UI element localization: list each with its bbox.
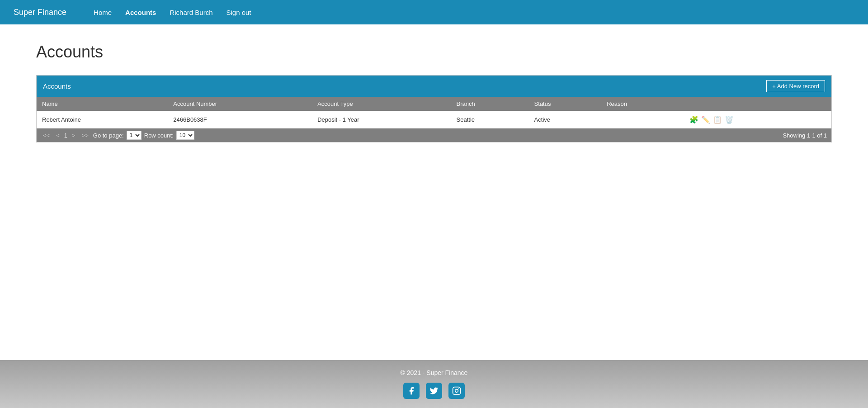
cell-status: Active [529, 111, 602, 128]
accounts-table-container: Accounts + Add New record Name Account N… [36, 75, 832, 142]
prev-page-button[interactable]: < [54, 131, 61, 140]
cell-name: Robert Antoine [37, 111, 168, 128]
facebook-icon[interactable] [403, 383, 420, 399]
nav-home[interactable]: Home [94, 9, 112, 16]
nav-links: Home Accounts Richard Burch Sign out [94, 9, 251, 16]
instagram-icon[interactable] [448, 383, 465, 399]
table-header-row: Name Account Number Account Type Branch … [37, 97, 831, 111]
cell-actions: 🧩 ✏️ 📋 🗑️ [684, 111, 831, 128]
twitter-icon[interactable] [426, 383, 442, 399]
view-icon[interactable]: 🧩 [689, 114, 699, 124]
svg-rect-0 [453, 387, 461, 395]
col-header-account-type: Account Type [312, 97, 451, 111]
main-content: Accounts Accounts + Add New record Name … [0, 24, 868, 360]
col-header-branch: Branch [451, 97, 529, 111]
cell-account-type: Deposit - 1 Year [312, 111, 451, 128]
showing-text: Showing 1-1 of 1 [783, 132, 827, 139]
table-header-bar: Accounts + Add New record [37, 76, 831, 97]
table-row: Robert Antoine 2466B0638F Deposit - 1 Ye… [37, 111, 831, 128]
col-header-name: Name [37, 97, 168, 111]
current-page: 1 [64, 132, 67, 139]
cell-account-number: 2466B0638F [168, 111, 312, 128]
page-title: Accounts [36, 43, 832, 62]
col-header-reason: Reason [601, 97, 684, 111]
cell-reason [601, 111, 684, 128]
go-to-page-label: Go to page: [93, 132, 124, 139]
pagination-row: << < 1 > >> Go to page: 1 Row count: 10 … [37, 128, 831, 142]
edit-icon[interactable]: ✏️ [701, 114, 711, 124]
col-header-actions [684, 97, 831, 111]
delete-icon[interactable]: 🗑️ [724, 114, 734, 124]
cell-branch: Seattle [451, 111, 529, 128]
col-header-status: Status [529, 97, 602, 111]
next-page-button[interactable]: > [70, 131, 77, 140]
add-new-record-button[interactable]: + Add New record [766, 80, 825, 92]
row-count-select[interactable]: 10 25 50 [176, 131, 194, 140]
navbar: Super Finance Home Accounts Richard Burc… [0, 0, 868, 24]
copy-icon[interactable]: 📋 [712, 114, 722, 124]
table-section-title: Accounts [43, 82, 71, 90]
go-to-page-select[interactable]: 1 [127, 131, 142, 140]
first-page-button[interactable]: << [41, 131, 52, 140]
footer-copyright: © 2021 - Super Finance [9, 369, 859, 376]
nav-user[interactable]: Richard Burch [170, 9, 212, 16]
nav-accounts[interactable]: Accounts [125, 9, 156, 16]
pagination-controls: << < 1 > >> Go to page: 1 Row count: 10 … [41, 131, 194, 140]
accounts-table: Name Account Number Account Type Branch … [37, 97, 831, 128]
social-icons-group [9, 383, 859, 399]
nav-signout[interactable]: Sign out [226, 9, 251, 16]
footer: © 2021 - Super Finance [0, 360, 868, 408]
col-header-account-number: Account Number [168, 97, 312, 111]
last-page-button[interactable]: >> [80, 131, 90, 140]
row-count-label: Row count: [144, 132, 174, 139]
brand-name: Super Finance [14, 8, 66, 17]
action-icons-group: 🧩 ✏️ 📋 🗑️ [689, 114, 826, 124]
